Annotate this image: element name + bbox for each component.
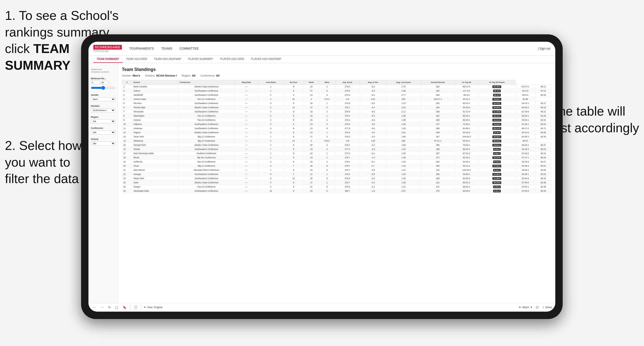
col-rnds: Rnds: [304, 80, 319, 85]
table-title: Team Standings: [122, 67, 551, 72]
table-row: 18IllinoisBig Ten Conference—19231279.1-…: [122, 156, 551, 160]
table-header-row: # School Conference Reg Rank Conf Rank N…: [122, 80, 551, 85]
sub-nav: TEAM SUMMARY TEAM H2H GRID TEAM H2H HEAT…: [88, 55, 555, 63]
col-avg-par: Avg. to Par: [360, 80, 386, 85]
table-row: 3VanderbiltSoutheastern Conference—25233…: [122, 93, 551, 97]
min-slider[interactable]: [91, 86, 115, 90]
table-row: 8WashingtonPac-12 Conference—28231276.3-…: [122, 114, 551, 118]
table-row: 19CaliforniaPac-12 Conference—48242278.2…: [122, 160, 551, 164]
table-row: 23Texas A&MSoutheastern Conference—91030…: [122, 176, 551, 180]
toolbar-back[interactable]: ←: [92, 305, 97, 310]
gender-filter-label: Gender:: [122, 74, 132, 77]
min-input-1[interactable]: [91, 81, 100, 84]
minimum-label: Minimum Ro...: [91, 77, 115, 80]
toolbar-share2[interactable]: ▢: [114, 305, 119, 310]
tablet-screen: SCOREBOARD Powered by clipp! TOURNAMENTS…: [88, 42, 555, 312]
region-filter-display: Region: All: [182, 74, 195, 77]
toolbar-sep2: [141, 305, 141, 310]
col-school: School: [132, 80, 178, 85]
table-row: 9ArizonaPac-12 Conference—28234276.3-4.6…: [122, 118, 551, 122]
school-select[interactable]: (All): [91, 141, 115, 146]
gender-filter-display: Gender: Men's: [122, 74, 140, 77]
table-row: 10AlabamaSoutheastern Conference—5623327…: [122, 122, 551, 126]
conference-filter-label: Conference:: [200, 74, 215, 77]
col-vs-top25: Vs Top 25: [454, 80, 478, 85]
toolbar-view-original[interactable]: 👁 View: Original: [144, 306, 162, 309]
watch-label: Watch: [522, 306, 529, 309]
min-input-2[interactable]: [100, 81, 109, 84]
conference-label: Conference: [91, 127, 115, 129]
nav-bar: SCOREBOARD Powered by clipp! TOURNAMENTS…: [88, 42, 555, 55]
table-row: 24DukeAtlantic Coast Conference—59271279…: [122, 180, 551, 185]
tablet-frame: SCOREBOARD Powered by clipp! TOURNAMENTS…: [81, 34, 563, 319]
subnav-player-h2h-grid[interactable]: PLAYER H2H GRID: [217, 55, 248, 63]
nav-tournaments[interactable]: TOURNAMENTS: [129, 46, 154, 51]
subnav-team-summary[interactable]: TEAM SUMMARY: [93, 55, 122, 63]
gender-filter-value: Men's: [133, 74, 140, 77]
gender-select[interactable]: Men's: [91, 97, 115, 101]
filter-minimum: Minimum Ro...: [91, 77, 115, 90]
nav-committee[interactable]: COMMITTEE: [180, 46, 199, 51]
logo-area: SCOREBOARD Powered by clipp!: [93, 45, 122, 52]
subnav-player-h2h-heatmap[interactable]: PLAYER H2H HEATMAP: [248, 55, 285, 63]
table-row: 21New MexicoMountain West Conference—182…: [122, 168, 551, 172]
table-row: 13Texas TechBig 12 Conference—19272276.0…: [122, 135, 551, 139]
table-row: 11ArkansasSoutheastern Conference—682382…: [122, 126, 551, 131]
table-row: 16FloridaSoutheastern Conference—7924427…: [122, 147, 551, 151]
region-filter-label: Region:: [182, 74, 191, 77]
nav-links: TOURNAMENTS TEAMS COMMITTEE: [129, 46, 538, 51]
toolbar-share-btn[interactable]: ⇧ Share: [542, 306, 552, 309]
filter-region: Region N/A: [91, 116, 115, 123]
sign-out-button[interactable]: | Sign out: [538, 47, 551, 50]
step2-line3: filter the data: [5, 171, 82, 187]
col-no-tour: No Tour: [283, 80, 304, 85]
subnav-player-summary[interactable]: PLAYER SUMMARY: [185, 55, 217, 63]
instruction-step2: 2. Select how you want to filter the dat…: [5, 137, 82, 187]
subnav-team-h2h-heatmap[interactable]: TEAM H2H HEATMAP: [150, 55, 185, 63]
logo-powered: Powered by clipp!: [93, 50, 122, 52]
table-row: 17East Tennessee StateSouthern Conferenc…: [122, 151, 551, 156]
toolbar-reload[interactable]: ↻: [107, 305, 112, 310]
table-row: 1North CarolinaAtlantic Coast Conference…: [122, 85, 551, 89]
table-row: 2AuburnSoutheastern Conference—19276273.…: [122, 89, 551, 93]
logo-scoreboard: SCOREBOARD: [93, 45, 122, 50]
sidebar-update: Update time: 27/03/2024 16:56:26: [91, 68, 115, 73]
conference-filter-display: Conference: All: [200, 74, 220, 77]
division-filter-display: Division: NCAA Division I: [145, 74, 177, 77]
toolbar-watch-btn[interactable]: 👁 Watch ▼: [519, 306, 532, 309]
step2-line1: 2. Select how: [5, 137, 82, 154]
division-select[interactable]: NCAA Division I: [91, 108, 115, 112]
table-row: 25OregonPac-12 Conference—59210279.5-3.1…: [122, 185, 551, 189]
conference-filter-value: All: [216, 74, 220, 77]
table-row: 15Georgia TechAtlantic Coast Conference—…: [122, 143, 551, 147]
region-select[interactable]: N/A: [91, 119, 115, 123]
col-overall: Overall Record: [421, 80, 454, 85]
main-content: Update time: 27/03/2024 16:56:26 Minimum…: [88, 63, 555, 303]
toolbar-bookmark[interactable]: 🔖: [122, 305, 128, 310]
sidebar: Update time: 27/03/2024 16:56:26 Minimum…: [88, 63, 118, 303]
toolbar-grid[interactable]: ☷: [535, 305, 540, 310]
table-filters-row: Gender: Men's Division: NCAA Division I …: [122, 74, 551, 77]
toolbar-forward[interactable]: →: [100, 305, 105, 310]
table-row: 12VirginiaAtlantic Coast Conference—3824…: [122, 131, 551, 135]
col-adj-score: Adj. Score: [335, 80, 360, 85]
toolbar-clock[interactable]: 🕐: [133, 305, 138, 310]
col-rank: #: [122, 80, 132, 85]
col-reg-rank: Reg Rank: [235, 80, 258, 85]
conference-select[interactable]: (All): [91, 130, 115, 135]
division-label: Division: [91, 105, 115, 107]
table-row: 14OklahomaBig 12 Conference—2242276.5-3.…: [122, 139, 551, 143]
table-row: 6Florida StateAtlantic Coast Conference—…: [122, 106, 551, 110]
nav-teams[interactable]: TEAMS: [161, 46, 172, 51]
region-filter-value: All: [192, 74, 195, 77]
gender-label: Gender: [91, 94, 115, 96]
col-conf-rank: Conf Rank: [258, 80, 284, 85]
view-original-label: View: Original: [147, 306, 162, 309]
col-conference: Conference: [178, 80, 235, 85]
table-area: Team Standings Gender: Men's Division: N…: [118, 63, 555, 303]
col-vs-top50: Vs Top 50 Points: [478, 80, 516, 85]
update-value: 27/03/2024 16:56:26: [91, 71, 109, 73]
division-filter-label: Division:: [145, 74, 155, 77]
filter-division: Division NCAA Division I: [91, 105, 115, 112]
subnav-team-h2h-grid[interactable]: TEAM H2H GRID: [122, 55, 150, 63]
